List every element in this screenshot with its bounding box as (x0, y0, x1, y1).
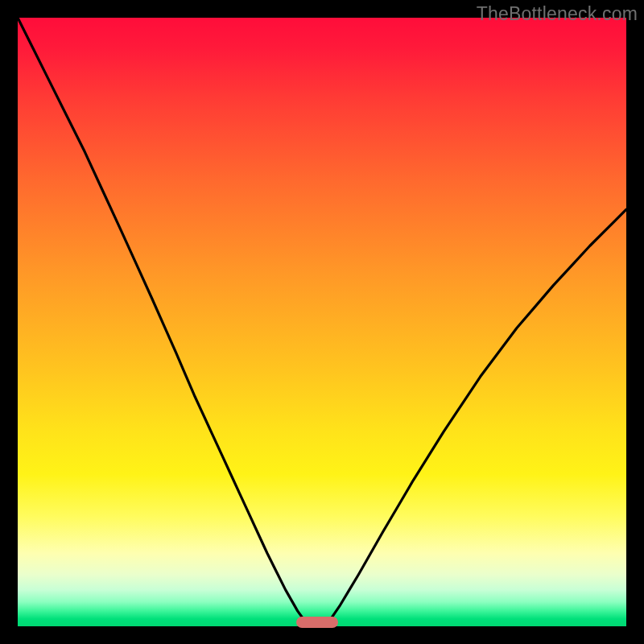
chart-frame: TheBottleneck.com (0, 0, 644, 644)
optimum-marker (296, 617, 338, 628)
curve-left (18, 18, 306, 622)
curve-layer (18, 18, 626, 626)
curve-right (328, 209, 626, 622)
plot-area (18, 18, 626, 626)
